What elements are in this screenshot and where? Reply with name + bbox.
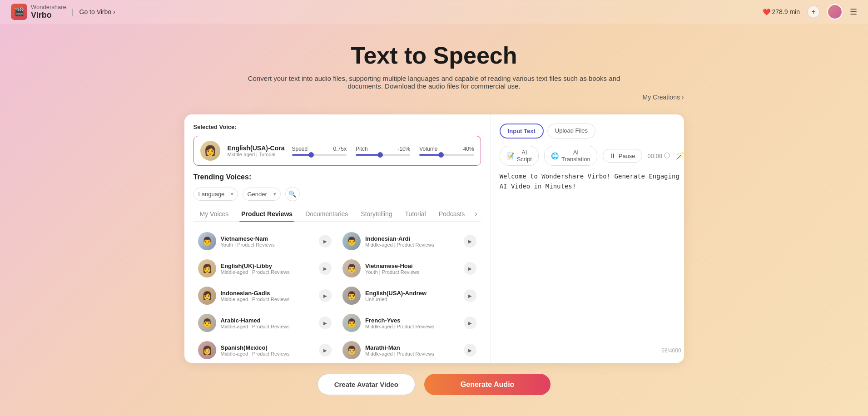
volume-slider-thumb[interactable]: [438, 152, 444, 158]
speed-slider-item: Speed 0.75x: [292, 146, 347, 156]
voice-item-ardi[interactable]: 👨 Indonesian-Ardi Middle-aged | Product …: [338, 228, 481, 254]
speed-slider-track[interactable]: [292, 154, 347, 156]
volume-slider-track[interactable]: [419, 154, 474, 156]
play-button-hoai[interactable]: ▶: [464, 262, 476, 275]
volume-slider-item: Volume 40%: [419, 146, 474, 156]
voice-info-nam: Vietnamese-Nam Youth | Product Reviews: [221, 235, 315, 248]
pitch-slider-thumb[interactable]: [377, 152, 383, 158]
voice-info-hoai: Vietnamese-Hoai Youth | Product Reviews: [365, 262, 459, 275]
topnav-left: 🎬 Wondershare Virbo | Go to Virbo ›: [11, 4, 115, 20]
ai-translation-button[interactable]: 🌐 AI Translation: [544, 146, 597, 166]
play-button-andrew[interactable]: ▶: [464, 289, 476, 302]
play-button-gadis[interactable]: ▶: [319, 289, 332, 302]
right-tabs: Input Text Upload Files: [500, 124, 681, 139]
pause-icon: ⏸: [610, 152, 616, 159]
timer-display: 00:08 ⓘ: [648, 152, 670, 160]
speed-value: 0.75x: [333, 146, 347, 152]
voice-item-nam[interactable]: 👨 Vietnamese-Nam Youth | Product Reviews…: [193, 228, 337, 254]
timer-info-icon: ⓘ: [664, 152, 670, 160]
my-creations-link[interactable]: My Creations ›: [184, 94, 684, 101]
play-button-yves[interactable]: ▶: [464, 317, 476, 329]
voice-item-yves[interactable]: 👨 French-Yves Middle-aged | Product Revi…: [338, 310, 481, 336]
tab-documentaries[interactable]: Documentaries: [299, 207, 354, 221]
voice-item-hoai[interactable]: 👨 Vietnamese-Hoai Youth | Product Review…: [338, 256, 481, 281]
gender-filter-wrap: Gender: [243, 188, 281, 201]
tab-input-text[interactable]: Input Text: [500, 124, 544, 139]
voice-info-libby: English(UK)-Libby Middle-aged | Product …: [221, 262, 315, 275]
selected-voice-name: English(USA)-Cora: [228, 144, 285, 152]
gender-select[interactable]: Gender: [243, 188, 281, 201]
voice-item-marathi[interactable]: 👨 Marathi-Man Middle-aged | Product Revi…: [338, 337, 481, 363]
right-panel: Input Text Upload Files 📝 AI Script 🌐 AI…: [491, 114, 684, 363]
voice-tabs: My Voices Product Reviews Documentaries …: [193, 207, 481, 222]
bottom-actions: Create Avatar Video Generate Audio: [0, 363, 868, 402]
nav-divider: |: [72, 7, 74, 17]
voice-item-spain[interactable]: 👩 Spanish(Mexico) Middle-aged | Product …: [193, 337, 337, 363]
pitch-label: Pitch: [356, 146, 368, 152]
pitch-slider-track[interactable]: [356, 154, 410, 156]
speed-label: Speed: [292, 146, 308, 152]
voice-avatar-ardi: 👨: [342, 232, 361, 250]
selected-voice-info: English(USA)-Cora Middle-aged | Tutorial: [228, 144, 285, 157]
pause-button[interactable]: ⏸ Pause: [603, 149, 642, 163]
voice-avatar-nam: 👨: [198, 232, 216, 250]
speed-slider-header: Speed 0.75x: [292, 146, 347, 152]
menu-icon[interactable]: ☰: [850, 7, 857, 17]
heart-icon: ❤️: [763, 8, 770, 15]
page-subtitle: Convert your text into audio files, supp…: [230, 74, 639, 90]
voice-item-libby[interactable]: 👩 English(UK)-Libby Middle-aged | Produc…: [193, 256, 337, 281]
voice-info-andrew: English(USA)-Andrew Unhurried: [365, 290, 459, 302]
voice-item-hamed[interactable]: 👨 Arabic-Hamed Middle-aged | Product Rev…: [193, 310, 337, 336]
play-button-libby[interactable]: ▶: [319, 262, 332, 275]
volume-value: 40%: [463, 146, 474, 152]
trending-label: Trending Voices:: [193, 173, 481, 181]
tab-upload-files[interactable]: Upload Files: [547, 124, 595, 139]
ai-script-button[interactable]: 📝 AI Script: [500, 146, 539, 166]
nav-arrow-icon: ›: [113, 8, 115, 15]
voice-avatar-gadis: 👩: [198, 287, 216, 305]
pitch-slider-header: Pitch -10%: [356, 146, 410, 152]
voice-avatar-andrew: 👨: [342, 287, 361, 305]
wand-icon[interactable]: 🪄: [675, 152, 684, 160]
tab-storytelling[interactable]: Storytelling: [354, 207, 398, 221]
play-button-nam[interactable]: ▶: [319, 235, 332, 248]
create-avatar-button[interactable]: Create Avatar Video: [317, 374, 415, 395]
search-voices-button[interactable]: 🔍: [285, 187, 300, 201]
voice-item-gadis[interactable]: 👩 Indonesian-Gadis Middle-aged | Product…: [193, 283, 337, 308]
add-minutes-button[interactable]: +: [807, 5, 820, 18]
logo-icon: 🎬: [11, 4, 27, 20]
tab-my-voices[interactable]: My Voices: [193, 207, 235, 221]
char-count: 68/4000: [500, 347, 681, 354]
tab-product-reviews[interactable]: Product Reviews: [235, 207, 299, 221]
logo-sub: Wondershare: [31, 4, 66, 10]
left-panel: Selected Voice: 👩 English(USA)-Cora Midd…: [184, 114, 491, 363]
selected-voice-avatar: 👩: [200, 141, 220, 161]
main-content: Selected Voice: 👩 English(USA)-Cora Midd…: [184, 114, 684, 363]
play-button-spain[interactable]: ▶: [319, 344, 332, 357]
tab-more-button[interactable]: ›: [471, 210, 481, 218]
pitch-value: -10%: [397, 146, 410, 152]
play-button-hamed[interactable]: ▶: [319, 317, 332, 329]
logo-text: Virbo: [31, 10, 66, 20]
tab-podcasts[interactable]: Podcasts: [432, 207, 471, 221]
sliders-group: Speed 0.75x Pitch -10%: [292, 146, 474, 156]
hero-section: Text to Speech Convert your text into au…: [0, 24, 868, 110]
go-to-virbo-link[interactable]: Go to Virbo ›: [79, 8, 115, 15]
text-input-area[interactable]: [500, 171, 681, 344]
language-select[interactable]: Language: [193, 188, 238, 201]
page-title: Text to Speech: [9, 42, 859, 69]
volume-slider-header: Volume 40%: [419, 146, 474, 152]
speed-slider-thumb[interactable]: [308, 152, 314, 158]
play-button-marathi[interactable]: ▶: [464, 344, 476, 357]
generate-audio-button[interactable]: Generate Audio: [424, 374, 551, 395]
voice-item-andrew[interactable]: 👨 English(USA)-Andrew Unhurried ▶: [338, 283, 481, 308]
voice-info-ardi: Indonesian-Ardi Middle-aged | Product Re…: [365, 235, 459, 248]
voice-info-yves: French-Yves Middle-aged | Product Review…: [365, 317, 459, 329]
voice-info-hamed: Arabic-Hamed Middle-aged | Product Revie…: [221, 317, 315, 329]
tab-tutorial[interactable]: Tutorial: [399, 207, 432, 221]
voice-avatar-hamed: 👨: [198, 314, 216, 332]
selected-voice-label: Selected Voice:: [193, 124, 481, 130]
play-button-ardi[interactable]: ▶: [464, 235, 476, 248]
voice-avatar-libby: 👩: [198, 259, 216, 277]
user-avatar[interactable]: [827, 4, 843, 20]
